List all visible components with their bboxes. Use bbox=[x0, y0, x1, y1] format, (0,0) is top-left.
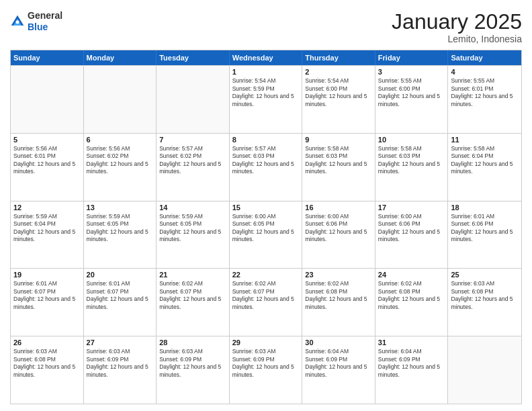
day-num-4-2: 28 bbox=[159, 338, 226, 347]
cal-cell-2-4: 16Sunrise: 6:00 AM Sunset: 6:06 PM Dayli… bbox=[302, 201, 375, 269]
day-num-3-0: 19 bbox=[13, 271, 81, 279]
header-saturday: Saturday bbox=[448, 50, 521, 65]
cal-cell-2-3: 15Sunrise: 6:00 AM Sunset: 6:05 PM Dayli… bbox=[230, 201, 303, 269]
day-num-4-4: 30 bbox=[305, 338, 372, 347]
cal-cell-4-0: 26Sunrise: 6:03 AM Sunset: 6:08 PM Dayli… bbox=[11, 336, 84, 404]
day-info-3-3: Sunrise: 6:02 AM Sunset: 6:07 PM Dayligh… bbox=[232, 280, 300, 311]
cal-cell-1-5: 10Sunrise: 5:58 AM Sunset: 6:03 PM Dayli… bbox=[375, 134, 449, 201]
cal-cell-4-5: 31Sunrise: 6:04 AM Sunset: 6:09 PM Dayli… bbox=[375, 336, 449, 404]
day-info-3-5: Sunrise: 6:02 AM Sunset: 6:08 PM Dayligh… bbox=[378, 280, 445, 311]
logo: General Blue bbox=[10, 10, 62, 33]
cal-cell-2-5: 17Sunrise: 6:00 AM Sunset: 6:06 PM Dayli… bbox=[375, 201, 449, 269]
day-info-0-4: Sunrise: 5:54 AM Sunset: 6:00 PM Dayligh… bbox=[305, 77, 372, 108]
day-info-2-4: Sunrise: 6:00 AM Sunset: 6:06 PM Dayligh… bbox=[305, 213, 372, 244]
day-num-1-0: 5 bbox=[13, 136, 81, 144]
day-num-3-2: 21 bbox=[159, 271, 226, 279]
header-friday: Friday bbox=[375, 50, 449, 65]
day-num-0-5: 3 bbox=[378, 68, 445, 76]
location: Lemito, Indonesia bbox=[392, 34, 522, 44]
day-info-1-1: Sunrise: 5:56 AM Sunset: 6:02 PM Dayligh… bbox=[87, 145, 154, 176]
week-row-0: 1Sunrise: 5:54 AM Sunset: 5:59 PM Daylig… bbox=[11, 65, 521, 133]
cal-cell-1-6: 11Sunrise: 5:58 AM Sunset: 6:04 PM Dayli… bbox=[448, 134, 521, 201]
day-num-2-4: 16 bbox=[305, 203, 372, 212]
header: General Blue January 2025 Lemito, Indone… bbox=[10, 10, 522, 44]
day-info-1-5: Sunrise: 5:58 AM Sunset: 6:03 PM Dayligh… bbox=[378, 145, 445, 176]
day-num-0-6: 4 bbox=[451, 68, 519, 76]
svg-point-2 bbox=[15, 20, 19, 24]
day-num-2-6: 18 bbox=[451, 203, 519, 212]
day-info-3-0: Sunrise: 6:01 AM Sunset: 6:07 PM Dayligh… bbox=[13, 280, 81, 311]
cal-cell-3-6: 25Sunrise: 6:03 AM Sunset: 6:08 PM Dayli… bbox=[448, 269, 521, 336]
day-num-1-4: 9 bbox=[305, 136, 372, 144]
page: General Blue January 2025 Lemito, Indone… bbox=[0, 0, 532, 411]
title-area: January 2025 Lemito, Indonesia bbox=[392, 10, 522, 44]
cal-cell-3-0: 19Sunrise: 6:01 AM Sunset: 6:07 PM Dayli… bbox=[11, 269, 84, 336]
day-num-1-6: 11 bbox=[451, 136, 519, 144]
day-num-4-5: 31 bbox=[378, 338, 445, 347]
day-info-0-3: Sunrise: 5:54 AM Sunset: 5:59 PM Dayligh… bbox=[232, 77, 300, 108]
cal-cell-1-0: 5Sunrise: 5:56 AM Sunset: 6:01 PM Daylig… bbox=[11, 134, 84, 201]
cal-cell-1-1: 6Sunrise: 5:56 AM Sunset: 6:02 PM Daylig… bbox=[84, 134, 157, 201]
cal-cell-0-0 bbox=[11, 66, 84, 133]
day-num-2-1: 13 bbox=[87, 203, 154, 212]
day-info-3-2: Sunrise: 6:02 AM Sunset: 6:07 PM Dayligh… bbox=[159, 280, 226, 311]
week-row-2: 12Sunrise: 5:59 AM Sunset: 6:04 PM Dayli… bbox=[11, 201, 521, 269]
day-num-0-4: 2 bbox=[305, 68, 372, 76]
cal-cell-2-2: 14Sunrise: 5:59 AM Sunset: 6:05 PM Dayli… bbox=[157, 201, 230, 269]
header-monday: Monday bbox=[84, 50, 157, 65]
day-num-2-5: 17 bbox=[378, 203, 445, 212]
cal-cell-4-4: 30Sunrise: 6:04 AM Sunset: 6:09 PM Dayli… bbox=[302, 336, 375, 404]
cal-cell-0-3: 1Sunrise: 5:54 AM Sunset: 5:59 PM Daylig… bbox=[230, 66, 303, 133]
cal-cell-4-3: 29Sunrise: 6:03 AM Sunset: 6:09 PM Dayli… bbox=[230, 336, 303, 404]
day-info-2-3: Sunrise: 6:00 AM Sunset: 6:05 PM Dayligh… bbox=[232, 213, 300, 244]
day-num-4-0: 26 bbox=[13, 338, 81, 347]
day-num-2-0: 12 bbox=[13, 203, 81, 212]
cal-cell-0-5: 3Sunrise: 5:55 AM Sunset: 6:00 PM Daylig… bbox=[375, 66, 449, 133]
day-num-1-2: 7 bbox=[159, 136, 226, 144]
day-info-2-0: Sunrise: 5:59 AM Sunset: 6:04 PM Dayligh… bbox=[13, 213, 81, 244]
calendar: Sunday Monday Tuesday Wednesday Thursday… bbox=[10, 50, 522, 404]
day-info-2-2: Sunrise: 5:59 AM Sunset: 6:05 PM Dayligh… bbox=[159, 213, 226, 244]
day-info-1-2: Sunrise: 5:57 AM Sunset: 6:02 PM Dayligh… bbox=[159, 145, 226, 176]
day-num-4-3: 29 bbox=[232, 338, 300, 347]
logo-blue-text: Blue bbox=[28, 21, 48, 32]
cal-cell-3-5: 24Sunrise: 6:02 AM Sunset: 6:08 PM Dayli… bbox=[375, 269, 449, 336]
day-num-3-3: 22 bbox=[232, 271, 300, 279]
day-num-4-1: 27 bbox=[87, 338, 154, 347]
cal-cell-2-0: 12Sunrise: 5:59 AM Sunset: 6:04 PM Dayli… bbox=[11, 201, 84, 269]
day-info-0-6: Sunrise: 5:55 AM Sunset: 6:01 PM Dayligh… bbox=[451, 77, 519, 108]
day-num-0-3: 1 bbox=[232, 68, 300, 76]
header-tuesday: Tuesday bbox=[157, 50, 230, 65]
day-info-3-4: Sunrise: 6:02 AM Sunset: 6:08 PM Dayligh… bbox=[305, 280, 372, 311]
logo-text: General Blue bbox=[28, 10, 62, 33]
week-row-1: 5Sunrise: 5:56 AM Sunset: 6:01 PM Daylig… bbox=[11, 133, 521, 201]
cal-cell-2-6: 18Sunrise: 6:01 AM Sunset: 6:06 PM Dayli… bbox=[448, 201, 521, 269]
cal-cell-2-1: 13Sunrise: 5:59 AM Sunset: 6:05 PM Dayli… bbox=[84, 201, 157, 269]
cal-cell-1-4: 9Sunrise: 5:58 AM Sunset: 6:03 PM Daylig… bbox=[302, 134, 375, 201]
day-info-4-1: Sunrise: 6:03 AM Sunset: 6:09 PM Dayligh… bbox=[87, 348, 154, 379]
logo-icon bbox=[10, 14, 25, 29]
day-info-3-6: Sunrise: 6:03 AM Sunset: 6:08 PM Dayligh… bbox=[451, 280, 519, 311]
header-wednesday: Wednesday bbox=[230, 50, 303, 65]
day-info-0-5: Sunrise: 5:55 AM Sunset: 6:00 PM Dayligh… bbox=[378, 77, 445, 108]
day-num-3-6: 25 bbox=[451, 271, 519, 279]
cal-cell-0-6: 4Sunrise: 5:55 AM Sunset: 6:01 PM Daylig… bbox=[448, 66, 521, 133]
cal-cell-0-1 bbox=[84, 66, 157, 133]
day-info-4-2: Sunrise: 6:03 AM Sunset: 6:09 PM Dayligh… bbox=[159, 348, 226, 379]
day-num-2-2: 14 bbox=[159, 203, 226, 212]
week-row-4: 26Sunrise: 6:03 AM Sunset: 6:08 PM Dayli… bbox=[11, 336, 521, 404]
day-info-1-0: Sunrise: 5:56 AM Sunset: 6:01 PM Dayligh… bbox=[13, 145, 81, 176]
cal-cell-1-3: 8Sunrise: 5:57 AM Sunset: 6:03 PM Daylig… bbox=[230, 134, 303, 201]
day-info-4-0: Sunrise: 6:03 AM Sunset: 6:08 PM Dayligh… bbox=[13, 348, 81, 379]
cal-cell-3-2: 21Sunrise: 6:02 AM Sunset: 6:07 PM Dayli… bbox=[157, 269, 230, 336]
day-num-1-1: 6 bbox=[87, 136, 154, 144]
day-num-1-5: 10 bbox=[378, 136, 445, 144]
logo-general-text: General bbox=[28, 10, 62, 21]
cal-cell-1-2: 7Sunrise: 5:57 AM Sunset: 6:02 PM Daylig… bbox=[157, 134, 230, 201]
header-sunday: Sunday bbox=[11, 50, 84, 65]
day-info-4-5: Sunrise: 6:04 AM Sunset: 6:09 PM Dayligh… bbox=[378, 348, 445, 379]
calendar-header-row: Sunday Monday Tuesday Wednesday Thursday… bbox=[11, 50, 521, 65]
day-info-1-3: Sunrise: 5:57 AM Sunset: 6:03 PM Dayligh… bbox=[232, 145, 300, 176]
day-num-3-4: 23 bbox=[305, 271, 372, 279]
cal-cell-0-2 bbox=[157, 66, 230, 133]
